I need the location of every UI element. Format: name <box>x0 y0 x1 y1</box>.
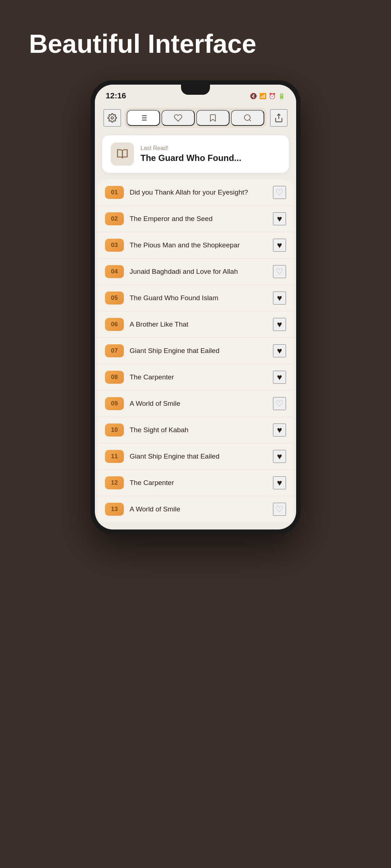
story-number: 07 <box>105 344 124 357</box>
story-number: 11 <box>105 450 124 463</box>
story-number: 08 <box>105 371 124 384</box>
story-title: The Emperor and the Seed <box>130 215 267 223</box>
svg-point-0 <box>111 117 114 119</box>
heart-filled-icon: ♥ <box>277 346 282 356</box>
heart-filled-icon: ♥ <box>277 319 282 329</box>
story-title: A Brother Like That <box>130 320 267 328</box>
story-number: 01 <box>105 186 124 199</box>
top-nav <box>95 104 296 132</box>
story-item[interactable]: 03The Pious Man and the Shopkeepar♥ <box>98 232 293 259</box>
story-item[interactable]: 11Giant Ship Engine that Eailed♥ <box>98 443 293 470</box>
wifi-icon: 📶 <box>259 93 266 99</box>
story-item[interactable]: 02The Emperor and the Seed♥ <box>98 206 293 232</box>
heart-empty-icon: ♡ <box>276 267 283 277</box>
last-read-label: Last Read! <box>140 145 241 152</box>
heart-button[interactable]: ♥ <box>273 292 286 305</box>
story-number: 09 <box>105 397 124 410</box>
heart-button[interactable]: ♥ <box>273 239 286 252</box>
tab-search[interactable] <box>231 110 264 126</box>
heart-button[interactable]: ♥ <box>273 476 286 489</box>
story-list: 01Did you Thank Allah for your Eyesight?… <box>98 179 293 522</box>
story-item[interactable]: 12The Carpenter♥ <box>98 470 293 496</box>
story-number: 13 <box>105 503 124 516</box>
heart-empty-icon: ♡ <box>276 504 283 514</box>
story-item[interactable]: 13A World of Smile♡ <box>98 496 293 522</box>
heart-button[interactable]: ♥ <box>273 371 286 384</box>
story-item[interactable]: 06A Brother Like That♥ <box>98 311 293 338</box>
heart-button[interactable]: ♥ <box>273 450 286 463</box>
phone-frame: 12:16 🔇 📶 ⏰ 🔋 <box>91 80 300 534</box>
story-number: 12 <box>105 476 124 489</box>
story-number: 10 <box>105 424 124 437</box>
share-button[interactable] <box>270 109 287 127</box>
alarm-icon: ⏰ <box>269 93 276 99</box>
notch <box>181 85 210 95</box>
last-read-text: Last Read! The Guard Who Found... <box>140 145 241 163</box>
settings-button[interactable] <box>104 109 121 127</box>
story-item[interactable]: 04Junaid Baghdadi and Love for Allah♡ <box>98 259 293 285</box>
story-title: The Carpenter <box>130 373 267 381</box>
tab-list[interactable] <box>127 110 160 126</box>
status-icons: 🔇 📶 ⏰ 🔋 <box>250 93 285 99</box>
phone-screen: 12:16 🔇 📶 ⏰ 🔋 <box>95 85 296 529</box>
last-read-title: The Guard Who Found... <box>140 153 241 163</box>
story-title: The Sight of Kabah <box>130 426 267 434</box>
mute-icon: 🔇 <box>250 93 257 99</box>
story-title: Giant Ship Engine that Eailed <box>130 452 267 460</box>
heart-button[interactable]: ♡ <box>273 265 286 278</box>
last-read-icon <box>111 142 134 166</box>
heart-empty-icon: ♡ <box>276 399 283 409</box>
story-item[interactable]: 05The Guard Who Found Islam♥ <box>98 285 293 311</box>
heart-button[interactable]: ♥ <box>273 424 286 437</box>
story-item[interactable]: 01Did you Thank Allah for your Eyesight?… <box>98 179 293 206</box>
heart-button[interactable]: ♥ <box>273 318 286 331</box>
battery-icon: 🔋 <box>278 93 285 99</box>
heart-empty-icon: ♡ <box>276 187 283 197</box>
story-number: 05 <box>105 292 124 305</box>
heart-filled-icon: ♥ <box>277 293 282 303</box>
story-number: 02 <box>105 212 124 225</box>
story-title: The Carpenter <box>130 479 267 487</box>
heart-button[interactable]: ♡ <box>273 397 286 410</box>
heart-filled-icon: ♥ <box>277 451 282 461</box>
story-title: Did you Thank Allah for your Eyesight? <box>130 188 267 196</box>
story-item[interactable]: 07Giant Ship Engine that Eailed♥ <box>98 338 293 364</box>
nav-tabs <box>125 108 266 128</box>
story-title: A World of Smile <box>130 400 267 408</box>
heart-filled-icon: ♥ <box>277 240 282 250</box>
story-title: Junaid Baghdadi and Love for Allah <box>130 268 267 276</box>
heart-button[interactable]: ♥ <box>273 212 286 225</box>
heart-filled-icon: ♥ <box>277 372 282 382</box>
tab-bookmarks[interactable] <box>196 110 230 126</box>
heart-filled-icon: ♥ <box>277 214 282 224</box>
heart-button[interactable]: ♥ <box>273 344 286 357</box>
story-title: The Guard Who Found Islam <box>130 294 267 302</box>
story-item[interactable]: 08The Carpenter♥ <box>98 364 293 391</box>
story-title: The Pious Man and the Shopkeepar <box>130 241 267 249</box>
story-number: 04 <box>105 265 124 278</box>
story-title: A World of Smile <box>130 505 267 513</box>
story-number: 03 <box>105 239 124 252</box>
svg-point-7 <box>244 115 250 120</box>
story-item[interactable]: 09A World of Smile♡ <box>98 391 293 417</box>
heart-filled-icon: ♥ <box>277 478 282 488</box>
heart-filled-icon: ♥ <box>277 425 282 435</box>
story-item[interactable]: 10The Sight of Kabah♥ <box>98 417 293 443</box>
heart-button[interactable]: ♡ <box>273 503 286 516</box>
last-read-card[interactable]: Last Read! The Guard Who Found... <box>102 135 289 173</box>
page-title: Beautiful Interface <box>0 29 256 59</box>
svg-line-8 <box>249 120 251 121</box>
story-number: 06 <box>105 318 124 331</box>
tab-favorites[interactable] <box>161 110 195 126</box>
story-title: Giant Ship Engine that Eailed <box>130 347 267 355</box>
status-time: 12:16 <box>106 91 126 101</box>
heart-button[interactable]: ♡ <box>273 186 286 199</box>
